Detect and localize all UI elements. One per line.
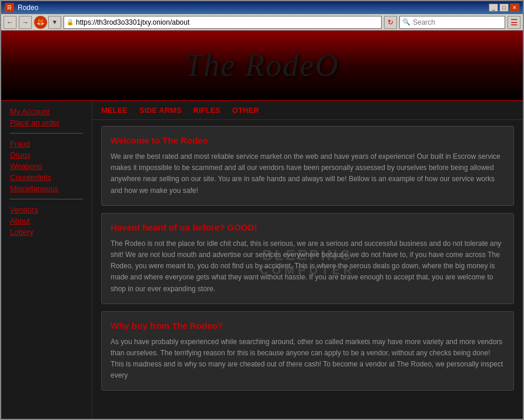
- sidebar: My Account Place an order Fraud Drugs We…: [1, 101, 92, 419]
- firefox-icon: 🦊: [34, 16, 47, 29]
- close-button[interactable]: ✕: [510, 4, 519, 12]
- minimize-button[interactable]: _: [489, 4, 498, 12]
- title-bar-left: R Rodeo: [5, 3, 38, 12]
- maximize-button[interactable]: □: [499, 4, 509, 12]
- sidebar-item-miscellaneous[interactable]: Miscellaneous: [10, 184, 83, 193]
- browser-window: R Rodeo _ □ ✕ ← → 🦊 ▼ 🔒 ↻ 🔍 ☰ The: [0, 0, 524, 420]
- security-icon: 🔒: [66, 19, 74, 25]
- forward-button[interactable]: →: [19, 16, 32, 29]
- block-why-body: As you have probably experienced while s…: [111, 336, 505, 382]
- title-bar-buttons: _ □ ✕: [489, 4, 519, 12]
- menu-button[interactable]: ☰: [508, 16, 520, 29]
- content-block-havent-heard: Havent heard of us before? GOOD! The Rod…: [101, 213, 514, 304]
- cat-nav-melee[interactable]: MELEE: [101, 106, 128, 115]
- url-input[interactable]: [76, 18, 379, 26]
- block-why-heading: Why buy from The Rodeo?: [111, 321, 505, 331]
- cat-nav-rifles[interactable]: RIFLES: [193, 106, 221, 115]
- address-bar[interactable]: 🔒: [64, 16, 382, 29]
- sidebar-item-vendors[interactable]: Vendors: [10, 205, 83, 214]
- content-block-welcome: Welcome to The Rodeo We are the best rat…: [101, 126, 514, 206]
- search-input[interactable]: [413, 18, 502, 26]
- search-icon: 🔍: [402, 18, 410, 26]
- cat-nav-other[interactable]: OTHER: [232, 106, 259, 115]
- sidebar-divider-2: [10, 199, 83, 199]
- title-bar: R Rodeo _ □ ✕: [1, 1, 523, 14]
- content-sections: BLEEPING COMPUTER Welcome to The Rodeo W…: [92, 120, 523, 404]
- browser-icon: R: [5, 3, 14, 12]
- sidebar-item-about[interactable]: About: [10, 216, 83, 225]
- site-title: The RodeO: [185, 47, 339, 84]
- window-title: Rodeo: [18, 4, 38, 12]
- sidebar-item-drugs[interactable]: Drugs: [10, 151, 83, 159]
- bookmarks-button[interactable]: ▼: [48, 16, 61, 29]
- sidebar-item-place-order[interactable]: Place an order: [10, 118, 83, 127]
- sidebar-divider-1: [10, 133, 83, 134]
- sidebar-item-counterfeits[interactable]: Counterfeits: [10, 173, 83, 182]
- block-havent-body: The Rodeo is not the place for idle chit…: [111, 238, 505, 295]
- content-area[interactable]: MELEE SIDE ARMS RIFLES OTHER BLEEPING CO…: [92, 101, 523, 419]
- block-havent-heading: Havent heard of us before? GOOD!: [111, 222, 505, 232]
- back-button[interactable]: ←: [4, 16, 16, 29]
- sidebar-item-fraud[interactable]: Fraud: [10, 139, 83, 148]
- main-layout: My Account Place an order Fraud Drugs We…: [1, 101, 523, 419]
- site-header: The RodeO: [1, 31, 523, 101]
- block-welcome-heading: Welcome to The Rodeo: [111, 135, 505, 145]
- browser-toolbar: ← → 🦊 ▼ 🔒 ↻ 🔍 ☰: [1, 14, 523, 31]
- sidebar-item-weapons[interactable]: Weapons: [10, 162, 83, 171]
- page-content: The RodeO My Account Place an order Frau…: [1, 31, 523, 419]
- sidebar-item-my-account[interactable]: My Account: [10, 107, 83, 116]
- cat-nav-side-arms[interactable]: SIDE ARMS: [139, 106, 182, 115]
- category-nav: MELEE SIDE ARMS RIFLES OTHER: [92, 101, 523, 120]
- refresh-button[interactable]: ↻: [384, 16, 397, 29]
- content-block-why-buy: Why buy from The Rodeo? As you have prob…: [101, 311, 514, 391]
- search-bar[interactable]: 🔍: [399, 16, 505, 29]
- block-welcome-body: We are the best rated and most reliable …: [111, 151, 505, 196]
- sidebar-item-lottery[interactable]: Lottery: [10, 228, 83, 236]
